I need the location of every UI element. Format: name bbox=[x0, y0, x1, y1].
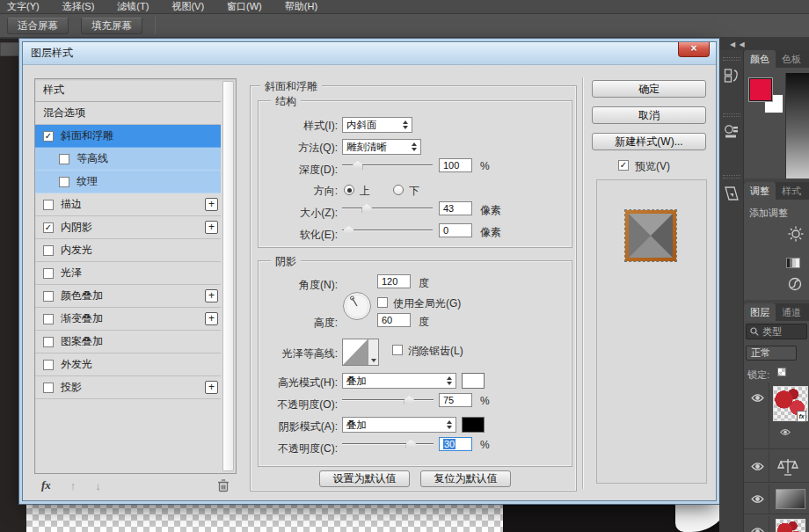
visibility-eye-icon[interactable] bbox=[747, 462, 767, 471]
depth-input[interactable]: 100 bbox=[439, 158, 472, 172]
slider-thumb[interactable] bbox=[406, 440, 416, 448]
highlight-opacity-input[interactable]: 75 bbox=[439, 393, 472, 407]
checkbox-unchecked[interactable] bbox=[43, 383, 54, 393]
layer-style-badge[interactable]: fx bbox=[797, 411, 806, 422]
technique-dropdown[interactable]: 雕刻清晰 bbox=[342, 139, 421, 155]
blend-mode-dropdown[interactable]: 正常 bbox=[746, 346, 797, 361]
highlight-color-swatch[interactable] bbox=[462, 373, 485, 389]
masks-panel-icon[interactable] bbox=[722, 184, 741, 203]
visibility-eye-icon[interactable] bbox=[747, 527, 767, 532]
collapse-panels-button[interactable]: ◀ ◀ bbox=[719, 39, 809, 50]
list-item-contour[interactable]: 等高线 bbox=[35, 148, 221, 171]
direction-up-radio[interactable] bbox=[344, 185, 354, 195]
layer-row[interactable] bbox=[744, 516, 809, 532]
list-item-color-overlay[interactable]: 颜色叠加 + bbox=[35, 285, 221, 308]
slider-thumb[interactable] bbox=[404, 396, 414, 404]
add-instance-button[interactable]: + bbox=[205, 381, 218, 394]
tab-color[interactable]: 颜色 bbox=[744, 50, 776, 68]
history-panel-icon[interactable] bbox=[722, 66, 741, 85]
tab-layers[interactable]: 图层 bbox=[744, 303, 776, 321]
panel-edge-tab[interactable] bbox=[0, 42, 19, 56]
dialog-titlebar[interactable]: 图层样式 bbox=[23, 42, 716, 65]
layer-thumbnail[interactable] bbox=[776, 519, 805, 532]
shadow-color-swatch[interactable] bbox=[462, 417, 485, 433]
list-item-blending-options[interactable]: 混合选项 bbox=[35, 102, 221, 125]
add-instance-button[interactable]: + bbox=[205, 312, 218, 325]
properties-panel-icon[interactable] bbox=[722, 122, 741, 142]
color-ramp[interactable] bbox=[785, 73, 809, 179]
levels-icon[interactable] bbox=[786, 258, 800, 268]
slider-thumb[interactable] bbox=[344, 226, 353, 235]
checkbox-unchecked[interactable] bbox=[43, 360, 54, 370]
set-default-button[interactable]: 设置为默认值 bbox=[319, 470, 410, 487]
checkbox-checked[interactable]: ✓ bbox=[43, 131, 54, 142]
tab-channels[interactable]: 通道 bbox=[776, 303, 807, 321]
checkbox-unchecked[interactable] bbox=[43, 245, 54, 256]
checkbox-unchecked[interactable] bbox=[43, 268, 54, 279]
brightness-contrast-icon[interactable] bbox=[788, 226, 804, 242]
depth-slider[interactable] bbox=[342, 160, 433, 171]
slider-thumb[interactable] bbox=[362, 204, 372, 213]
highlight-mode-dropdown[interactable]: 叠加 bbox=[342, 373, 456, 389]
checkbox-unchecked[interactable] bbox=[43, 200, 54, 210]
list-item-bevel-emboss[interactable]: ✓ 斜面和浮雕 bbox=[35, 125, 221, 148]
checkbox-unchecked[interactable] bbox=[43, 291, 54, 302]
foreground-color-swatch[interactable] bbox=[749, 78, 772, 101]
visibility-eye-icon[interactable] bbox=[747, 494, 767, 504]
reset-default-button[interactable]: 复位为默认值 bbox=[420, 470, 511, 487]
shadow-mode-dropdown[interactable]: 叠加 bbox=[342, 417, 456, 433]
contour-dropdown-arrow[interactable] bbox=[368, 339, 378, 365]
add-instance-button[interactable]: + bbox=[205, 289, 218, 302]
angle-dial[interactable] bbox=[342, 291, 372, 321]
global-light-label[interactable]: 使用全局光(G) bbox=[393, 296, 461, 311]
menu-select[interactable]: 选择(S) bbox=[62, 0, 95, 13]
trash-icon[interactable] bbox=[217, 478, 230, 492]
direction-up-label[interactable]: 上 bbox=[360, 184, 370, 199]
close-button[interactable]: × bbox=[678, 42, 710, 57]
anti-alias-checkbox[interactable] bbox=[392, 345, 403, 355]
layer-row[interactable] bbox=[744, 485, 809, 514]
highlight-opacity-slider[interactable] bbox=[342, 395, 434, 405]
effects-eye-icon[interactable] bbox=[777, 428, 793, 436]
preview-label[interactable]: 预览(V) bbox=[635, 159, 670, 174]
altitude-input[interactable]: 60 bbox=[377, 313, 411, 327]
ok-button[interactable]: 确定 bbox=[592, 80, 706, 98]
tab-swatches[interactable]: 色板 bbox=[776, 50, 807, 68]
slider-thumb[interactable] bbox=[353, 161, 362, 170]
new-style-button[interactable]: 新建样式(W)... bbox=[592, 133, 706, 150]
angle-input[interactable]: 120 bbox=[377, 274, 411, 288]
direction-down-radio[interactable] bbox=[393, 185, 404, 195]
gloss-contour-picker[interactable] bbox=[342, 339, 379, 366]
soften-input[interactable]: 0 bbox=[439, 223, 472, 237]
visibility-eye-icon[interactable] bbox=[747, 393, 767, 403]
menu-window[interactable]: 窗口(W) bbox=[227, 0, 262, 13]
soften-slider[interactable] bbox=[342, 225, 433, 236]
layer-filter-box[interactable]: 类型 bbox=[746, 324, 807, 339]
curves-icon[interactable] bbox=[788, 277, 802, 291]
shadow-opacity-slider[interactable] bbox=[342, 439, 434, 449]
list-item-satin[interactable]: 光泽 bbox=[35, 262, 221, 285]
move-effect-down-button[interactable]: ↓ bbox=[95, 479, 101, 492]
size-slider[interactable] bbox=[342, 203, 433, 214]
preview-checkbox[interactable]: ✓ bbox=[618, 160, 629, 171]
list-item-texture[interactable]: 纹理 bbox=[35, 171, 221, 193]
fit-screen-button[interactable]: 适合屏幕 bbox=[7, 18, 69, 34]
fx-menu-button[interactable]: fx bbox=[41, 478, 51, 492]
global-light-checkbox[interactable] bbox=[377, 297, 388, 308]
fill-screen-button[interactable]: 填充屏幕 bbox=[81, 18, 142, 34]
cancel-button[interactable]: 取消 bbox=[592, 106, 706, 124]
menu-filter[interactable]: 滤镜(T) bbox=[117, 0, 149, 13]
list-item-outer-glow[interactable]: 外发光 bbox=[35, 353, 221, 376]
checkbox-unchecked[interactable] bbox=[43, 314, 54, 324]
checkbox-unchecked[interactable] bbox=[59, 177, 69, 187]
add-instance-button[interactable]: + bbox=[205, 221, 218, 234]
lock-transparency-icon[interactable] bbox=[777, 368, 786, 376]
list-item-stroke[interactable]: 描边 + bbox=[35, 193, 221, 216]
gradient-layer-thumbnail[interactable] bbox=[776, 489, 805, 509]
list-item-gradient-overlay[interactable]: 渐变叠加 + bbox=[35, 308, 221, 331]
checkbox-unchecked[interactable] bbox=[43, 337, 54, 347]
add-instance-button[interactable]: + bbox=[205, 198, 218, 211]
anti-alias-label[interactable]: 消除锯齿(L) bbox=[408, 344, 463, 359]
list-item-drop-shadow[interactable]: 投影 + bbox=[35, 376, 221, 399]
menu-type[interactable]: 文字(Y) bbox=[7, 0, 40, 13]
